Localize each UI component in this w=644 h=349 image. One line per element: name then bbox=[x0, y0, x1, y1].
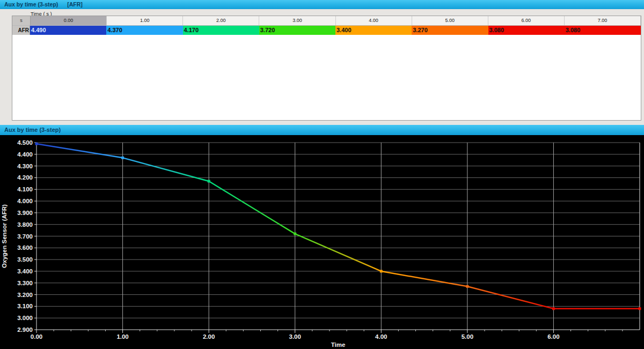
afr-cell[interactable]: 3.720 bbox=[259, 26, 335, 35]
afr-cell[interactable]: 3.270 bbox=[412, 26, 488, 35]
data-point-marker bbox=[552, 307, 555, 310]
y-tick-label: 3.400 bbox=[17, 268, 33, 274]
data-point-marker bbox=[380, 270, 383, 272]
data-point-marker bbox=[294, 233, 296, 235]
afr-cell[interactable]: 4.170 bbox=[183, 26, 259, 35]
afr-cell[interactable]: 4.490 bbox=[30, 26, 106, 35]
time-column-header[interactable]: 5.00 bbox=[412, 16, 488, 25]
afr-cell[interactable]: 4.370 bbox=[106, 26, 182, 35]
table-panel: Time ( s ) s0.001.002.003.004.005.006.00… bbox=[0, 9, 644, 125]
table-panel-titlebar: Aux by time (3-step) [AFR] bbox=[0, 0, 644, 9]
time-column-header[interactable]: 2.00 bbox=[183, 16, 259, 25]
chart-panel: 2.9003.0003.1003.2003.3003.4003.5003.600… bbox=[0, 135, 644, 349]
y-tick-label: 3.300 bbox=[17, 280, 33, 286]
y-tick-label: 3.900 bbox=[17, 210, 33, 216]
y-tick-label: 3.100 bbox=[17, 303, 33, 309]
table-panel-title: Aux by time (3-step) bbox=[4, 1, 58, 8]
time-column-header[interactable]: 4.00 bbox=[336, 16, 412, 25]
y-tick-label: 4.300 bbox=[17, 163, 33, 169]
y-tick-label: 4.200 bbox=[17, 174, 33, 181]
chart-panel-title: Aux by time (3-step) bbox=[4, 127, 61, 133]
afr-row-label[interactable]: AFR bbox=[12, 26, 30, 35]
afr-cell[interactable]: 3.080 bbox=[565, 26, 641, 35]
table-header-row: s0.001.002.003.004.005.006.007.00 bbox=[12, 16, 641, 26]
x-tick-label: 1.00 bbox=[116, 333, 128, 340]
chart-background bbox=[0, 135, 644, 349]
x-tick-label: 6.00 bbox=[547, 333, 559, 340]
time-column-header[interactable]: 0.00 bbox=[31, 16, 107, 25]
data-point-marker bbox=[121, 157, 124, 159]
time-column-header[interactable]: 7.00 bbox=[565, 16, 641, 25]
y-tick-label: 3.800 bbox=[17, 221, 33, 228]
chart-panel-titlebar: Aux by time (3-step) bbox=[0, 125, 644, 135]
afr-time-chart: 2.9003.0003.1003.2003.3003.4003.5003.600… bbox=[0, 135, 644, 349]
x-tick-label: 3.00 bbox=[289, 333, 301, 340]
x-axis-title: Time bbox=[331, 341, 346, 348]
y-tick-label: 4.000 bbox=[17, 198, 33, 204]
afr-cell[interactable]: 3.080 bbox=[488, 26, 565, 35]
y-tick-label: 4.500 bbox=[17, 139, 33, 146]
y-tick-label: 3.500 bbox=[17, 256, 33, 263]
x-tick-label: 4.00 bbox=[375, 333, 387, 340]
table-value-row: AFR4.4904.3704.1703.7203.4003.2703.0803.… bbox=[12, 26, 641, 35]
y-tick-label: 3.000 bbox=[17, 315, 33, 321]
data-point-marker bbox=[639, 307, 641, 310]
table-panel-title-suffix: [AFR] bbox=[67, 1, 83, 8]
y-axis-title: Oxygen Sensor (AFR) bbox=[1, 204, 8, 268]
y-tick-label: 3.600 bbox=[17, 244, 33, 251]
afr-time-table: s0.001.002.003.004.005.006.007.00 AFR4.4… bbox=[12, 16, 641, 121]
time-column-header[interactable]: 6.00 bbox=[488, 16, 565, 25]
data-point-marker bbox=[208, 180, 210, 182]
y-tick-label: 4.400 bbox=[17, 151, 33, 158]
y-tick-label: 3.200 bbox=[17, 292, 33, 298]
data-point-marker bbox=[466, 285, 469, 288]
x-tick-label: 0.00 bbox=[31, 333, 42, 340]
x-tick-label: 2.00 bbox=[203, 333, 215, 340]
y-tick-label: 4.100 bbox=[17, 186, 33, 192]
data-point-marker bbox=[35, 143, 38, 145]
y-tick-label: 2.900 bbox=[17, 326, 33, 333]
x-tick-label: 5.00 bbox=[462, 333, 473, 340]
aux-by-time-window: Aux by time (3-step) [AFR] Time ( s ) s0… bbox=[0, 0, 644, 349]
table-corner-header: s bbox=[12, 16, 31, 25]
time-column-header[interactable]: 3.00 bbox=[259, 16, 335, 25]
time-column-header[interactable]: 1.00 bbox=[107, 16, 183, 25]
afr-cell[interactable]: 3.400 bbox=[335, 26, 412, 35]
y-tick-label: 3.700 bbox=[17, 233, 33, 240]
